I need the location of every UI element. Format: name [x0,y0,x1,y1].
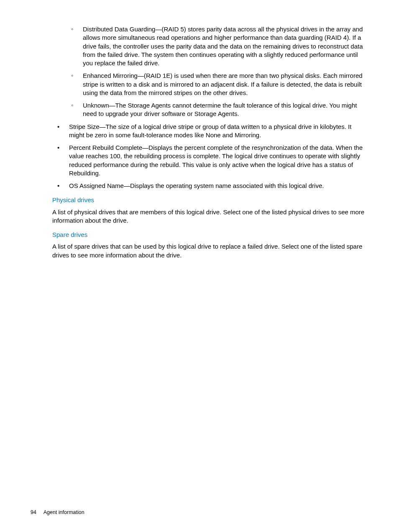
heading-spare-drives: Spare drives [52,231,368,239]
mainlist-item-os-assigned: OS Assigned Name—Displays the operating … [57,182,368,190]
sub-bullet-list: Distributed Data Guarding—(RAID 5) store… [52,25,368,118]
page-content: Distributed Data Guarding—(RAID 5) store… [52,25,368,260]
heading-physical-drives: Physical drives [52,196,368,204]
list-item-text: Stripe Size—The size of a logical drive … [69,123,351,139]
mainlist-item-percent-rebuild: Percent Rebuild Complete—Displays the pe… [57,144,368,177]
list-item-text: OS Assigned Name—Displays the operating … [69,182,324,189]
list-item-text: Percent Rebuild Complete—Displays the pe… [69,144,363,177]
paragraph-spare-drives: A list of spare drives that can be used … [52,242,368,260]
main-bullet-list: Stripe Size—The size of a logical drive … [52,123,368,190]
paragraph-physical-drives: A list of physical drives that are membe… [52,208,368,225]
sublist-item-unknown: Unknown—The Storage Agents cannot determ… [71,101,368,118]
list-item-text: Unknown—The Storage Agents cannot determ… [83,102,357,117]
sublist-item-raid5: Distributed Data Guarding—(RAID 5) store… [71,25,368,67]
list-item-text: Distributed Data Guarding—(RAID 5) store… [83,26,363,67]
sublist-item-raid1e: Enhanced Mirroring—(RAID 1E) is used whe… [71,72,368,97]
page-number: 94 [31,509,36,515]
footer-section-title: Agent information [43,509,84,515]
mainlist-item-stripe-size: Stripe Size—The size of a logical drive … [57,123,368,140]
page-footer: 94 Agent information [31,509,84,516]
list-item-text: Enhanced Mirroring—(RAID 1E) is used whe… [83,72,363,96]
